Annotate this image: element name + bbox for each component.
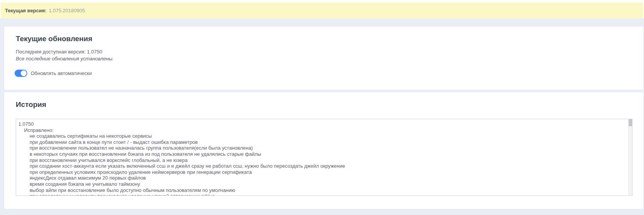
history-changelog-box[interactable]: 1.0750 Исправлено: не создавались сертиф… xyxy=(16,119,632,196)
history-changelog-text: 1.0750 Исправлено: не создавались сертиф… xyxy=(16,119,632,196)
latest-version-value: 1.0750 xyxy=(87,49,102,55)
page-content: Текущие обновления Последняя доступная в… xyxy=(0,18,644,215)
auto-update-toggle[interactable] xyxy=(15,70,27,77)
latest-version-line: Последняя доступная версия: 1.0750 xyxy=(16,48,632,55)
current-updates-title: Текущие обновления xyxy=(16,35,632,43)
current-version-label: Текущая версия: xyxy=(5,8,46,13)
history-scrollbar[interactable] xyxy=(628,119,632,195)
updates-status-line: Все последние обновления установлены. xyxy=(16,55,632,62)
auto-update-toggle-row: Обновлять автоматически xyxy=(15,70,632,77)
toggle-knob-icon xyxy=(21,70,27,76)
current-version-banner: Текущая версия: 1.075.20180905 xyxy=(1,3,643,18)
auto-update-toggle-label: Обновлять автоматически xyxy=(31,70,92,76)
history-card: История 1.0750 Исправлено: не создавалис… xyxy=(4,92,643,209)
current-updates-card: Текущие обновления Последняя доступная в… xyxy=(4,27,643,90)
history-title: История xyxy=(16,100,632,109)
history-scrollbar-thumb[interactable] xyxy=(629,119,632,126)
latest-version-label: Последняя доступная версия: xyxy=(16,49,86,55)
current-version-value: 1.075.20180905 xyxy=(49,8,85,13)
